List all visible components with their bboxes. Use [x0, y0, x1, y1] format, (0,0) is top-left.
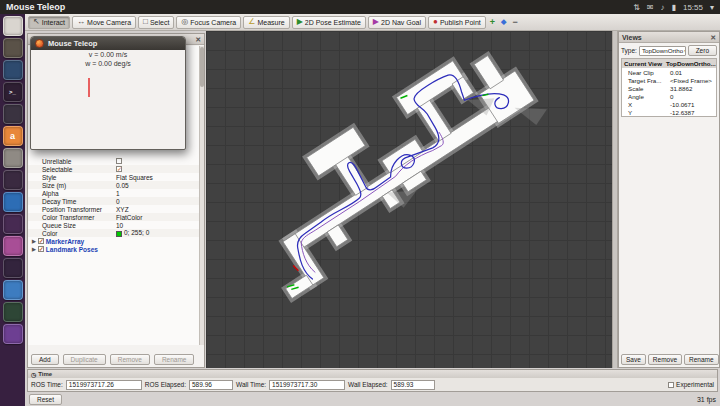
scrollbar-thumb[interactable] [200, 47, 204, 87]
property-value[interactable]: FlatColor [116, 214, 199, 221]
remove-button[interactable]: Remove [110, 354, 150, 365]
views-panel-header[interactable]: Views ✕ [619, 32, 719, 43]
tool-focus-camera[interactable]: ◎ Focus Camera [176, 16, 241, 29]
experimental-toggle[interactable]: Experimental [668, 381, 714, 388]
marker-array-checkbox[interactable] [38, 238, 44, 244]
clock[interactable]: 15:55 [683, 3, 703, 12]
view-row-x[interactable]: X -10.0671 [622, 100, 716, 108]
launcher-icon-text-editor[interactable] [3, 104, 23, 124]
reset-button[interactable]: Reset [29, 394, 62, 405]
tool-measure[interactable]: ∠ Measure [243, 16, 289, 29]
property-row-decay-time[interactable]: Decay Time 0 [28, 197, 199, 205]
selectable-checkbox[interactable] [116, 166, 122, 172]
tool-2d-pose-estimate[interactable]: ▶ 2D Pose Estimate [292, 16, 366, 29]
remove-tool-button[interactable]: − [510, 17, 519, 27]
sound-icon[interactable]: ♪ [661, 3, 665, 12]
expander-icon[interactable]: ▶ [32, 246, 36, 252]
launcher-icon-amazon[interactable]: a [3, 126, 23, 146]
property-row-size[interactable]: Size (m) 0.05 [28, 181, 199, 189]
mouse-teleop-dialog[interactable]: Mouse Teleop v = 0.00 m/s w = 0.00 deg/s [30, 36, 186, 150]
landmark-poses-checkbox[interactable] [38, 246, 44, 252]
launcher-icon-writer[interactable] [3, 192, 23, 212]
rename-view-button[interactable]: Rename [684, 354, 719, 365]
launcher-icon-firefox[interactable] [3, 60, 23, 80]
landmark-poses-label: Landmark Poses [46, 246, 98, 253]
launcher-icon-dash[interactable] [3, 16, 23, 36]
property-label: Selectable [42, 166, 116, 173]
launcher-icon-rviz[interactable] [3, 302, 23, 322]
view-row-target-frame[interactable]: Target Fra... <Fixed Frame> [622, 76, 716, 84]
launcher-icon-terminal[interactable]: >_ [3, 82, 23, 102]
expander-icon[interactable]: ▶ [32, 238, 36, 244]
zero-button[interactable]: Zero [688, 45, 717, 56]
view-row-near-clip[interactable]: Near Clip 0.01 [622, 68, 716, 76]
unity-launcher: >_ a [0, 14, 25, 406]
tool-publish-point[interactable]: ● Publish Point [428, 16, 486, 29]
view-prop-value[interactable]: <Fixed Frame> [670, 77, 716, 84]
launcher-icon-calc[interactable] [3, 280, 23, 300]
add-tool-button[interactable]: + [488, 17, 497, 27]
teleop-gem-icon[interactable]: ◆ [499, 18, 508, 26]
tree-row-marker-array[interactable]: ▶ MarkerArray [28, 237, 199, 245]
add-button[interactable]: Add [31, 354, 59, 365]
displays-scrollbar[interactable] [199, 46, 204, 345]
property-row-alpha[interactable]: Alpha 1 [28, 189, 199, 197]
close-icon[interactable]: ✕ [195, 36, 201, 43]
save-button[interactable]: Save [621, 354, 646, 365]
property-row-color[interactable]: Color 0; 255; 0 [28, 229, 199, 237]
launcher-icon-files[interactable] [3, 38, 23, 58]
launcher-icon-software-center[interactable] [3, 170, 23, 190]
property-row-style[interactable]: Style Flat Squares [28, 173, 199, 181]
launcher-icon-trash[interactable] [3, 324, 23, 344]
session-menu-icon[interactable]: ▾ [710, 3, 714, 12]
render-viewport[interactable] [206, 31, 612, 368]
launcher-icon-ubuntu-one[interactable] [3, 214, 23, 234]
view-row-scale[interactable]: Scale 31.8862 [622, 84, 716, 92]
experimental-checkbox[interactable] [668, 382, 674, 388]
close-window-icon[interactable] [35, 39, 44, 48]
remove-view-button[interactable]: Remove [648, 354, 682, 365]
network-icon[interactable]: ⇅ [633, 3, 640, 12]
property-value[interactable]: 0; 255; 0 [124, 229, 149, 236]
tree-row-landmark-poses[interactable]: ▶ Landmark Poses [28, 245, 199, 253]
time-panel-header[interactable]: ◷ Time [28, 370, 717, 378]
property-row-selectable[interactable]: Selectable [28, 165, 199, 173]
property-value[interactable]: Flat Squares [116, 174, 199, 181]
property-value[interactable]: 1 [116, 190, 199, 197]
view-row-angle[interactable]: Angle 0 [622, 92, 716, 100]
view-row-y[interactable]: Y -12.6387 [622, 108, 716, 116]
views-title: Views [622, 34, 642, 41]
teleop-canvas[interactable]: v = 0.00 m/s w = 0.00 deg/s [31, 50, 185, 149]
property-value[interactable]: 0 [116, 198, 199, 205]
battery-icon[interactable]: ▮ [672, 3, 676, 12]
property-row-unreliable[interactable]: Unreliable [28, 157, 199, 165]
duplicate-button[interactable]: Duplicate [63, 354, 106, 365]
view-prop-value[interactable]: 0 [670, 93, 716, 100]
mail-icon[interactable]: ✉ [647, 3, 654, 12]
property-row-queue-size[interactable]: Queue Size 10 [28, 221, 199, 229]
property-row-color-transformer[interactable]: Color Transformer FlatColor [28, 213, 199, 221]
status-bar: Reset 31 fps [25, 392, 720, 406]
property-value[interactable]: 10 [116, 222, 199, 229]
property-value[interactable]: 0.05 [116, 182, 199, 189]
view-type-value: TopDownOrtho [642, 47, 683, 54]
view-prop-value[interactable]: -10.0671 [670, 101, 716, 108]
tool-2d-nav-goal[interactable]: ▶ 2D Nav Goal [368, 16, 426, 29]
close-icon[interactable]: ✕ [710, 34, 716, 41]
rename-button[interactable]: Rename [154, 354, 195, 365]
property-value[interactable]: XYZ [116, 206, 199, 213]
tool-select[interactable]: □ Select [138, 16, 174, 29]
view-prop-value[interactable]: -12.6387 [670, 109, 716, 116]
view-row-current[interactable]: Current View TopDownOrtho... [622, 59, 716, 68]
launcher-icon-workspaces[interactable] [3, 258, 23, 278]
tool-interact[interactable]: ↖ Interact [28, 16, 70, 29]
teleop-title-bar[interactable]: Mouse Teleop [31, 37, 185, 50]
unreliable-checkbox[interactable] [116, 158, 122, 164]
launcher-icon-impress[interactable] [3, 236, 23, 256]
tool-move-camera[interactable]: ↔ Move Camera [72, 16, 136, 29]
view-type-combo[interactable]: TopDownOrtho ▼ [639, 46, 686, 56]
property-row-position-transformer[interactable]: Position Transformer XYZ [28, 205, 199, 213]
view-prop-value[interactable]: 31.8862 [670, 85, 716, 92]
view-prop-value[interactable]: 0.01 [670, 69, 716, 76]
launcher-icon-settings[interactable] [3, 148, 23, 168]
